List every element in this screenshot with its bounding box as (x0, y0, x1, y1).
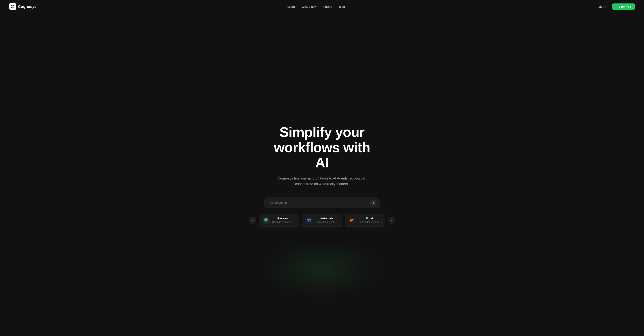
svg-rect-8 (308, 221, 308, 221)
try-free-button[interactable]: Try for free (612, 4, 635, 10)
logo[interactable]: Cognosys (9, 3, 36, 10)
carousel-next-button[interactable]: › (388, 217, 395, 224)
suggestion-research[interactable]: Research Compile a comprehensive... (259, 214, 300, 227)
nav-actions: Sign in Try for free (596, 4, 635, 10)
nav-links: Learn What's new Pricing Blog (285, 4, 348, 10)
svg-rect-6 (308, 220, 308, 221)
search-container (264, 198, 380, 208)
suggestions-row: Research Compile a comprehensive... (259, 214, 385, 227)
brand-name: Cognosys (18, 5, 36, 9)
svg-rect-2 (11, 7, 12, 8)
svg-rect-0 (11, 5, 12, 6)
search-submit-button[interactable] (370, 200, 376, 206)
nav-blog[interactable]: Blog (336, 4, 348, 10)
automate-icon (305, 216, 312, 224)
nav-pricing[interactable]: Pricing (321, 4, 335, 10)
search-input[interactable] (264, 198, 380, 208)
email-text: Email Summarize my emails from... (358, 217, 382, 223)
automate-desc: Every week, send me a... (315, 221, 339, 223)
automate-text: Automate Every week, send me a... (315, 217, 339, 223)
hero-subtitle: Cognosys lets you hand off tasks to AI A… (268, 176, 376, 187)
suggestions-wrapper: ‹ Research Compile a comprehensive... (249, 214, 395, 227)
suggestion-email[interactable]: M Email Summarize my emails from... (344, 214, 385, 227)
nav-learn[interactable]: Learn (285, 4, 298, 10)
nav-whats-new[interactable]: What's new (299, 4, 319, 10)
hero-title: Simplify your workflows with AI (255, 125, 389, 170)
research-desc: Compile a comprehensive... (272, 221, 296, 223)
email-icon: M (348, 216, 356, 224)
hero-section: Simplify your workflows with AI Cognosys… (0, 0, 644, 336)
navbar: Cognosys Learn What's new Pricing Blog S… (0, 0, 644, 13)
sign-in-button[interactable]: Sign in (596, 4, 610, 10)
research-icon (262, 216, 270, 224)
svg-rect-1 (13, 5, 14, 6)
carousel-prev-button[interactable]: ‹ (249, 217, 256, 224)
suggestion-automate[interactable]: Automate Every week, send me a... (302, 214, 342, 227)
research-text: Research Compile a comprehensive... (272, 217, 296, 223)
svg-rect-7 (309, 220, 309, 221)
email-desc: Summarize my emails from... (358, 221, 382, 223)
email-title: Email (358, 217, 382, 220)
automate-title: Automate (315, 217, 339, 220)
logo-icon (9, 3, 16, 10)
research-title: Research (272, 217, 296, 220)
gmail-icon: M (350, 218, 354, 223)
svg-rect-3 (13, 7, 14, 8)
